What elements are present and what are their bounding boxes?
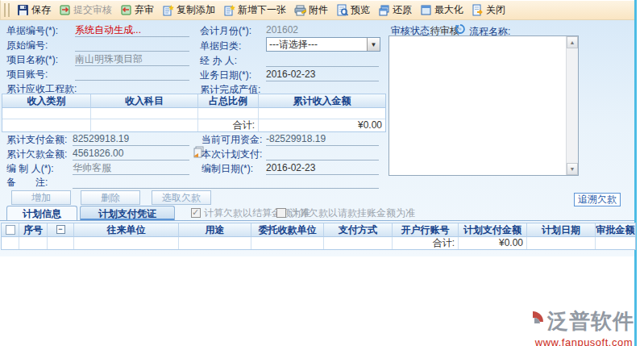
scroll-up-icon[interactable]: ▲	[567, 36, 578, 48]
plan-col-entrusted: 委托收款单位	[251, 223, 324, 237]
copy-add-button[interactable]: 复制添加	[158, 2, 219, 19]
available-fund-label: 当前可用资金:	[202, 133, 262, 146]
income-header-row: 收入类别 收入科目 占总比例 累计收入金额	[2, 94, 385, 108]
remark-input[interactable]	[73, 175, 379, 189]
chevron-down-icon[interactable]: ▼	[367, 38, 380, 51]
flow-scrollbar[interactable]: ▲ ▼	[566, 36, 578, 175]
attachment-button[interactable]: 附件	[290, 2, 332, 19]
income-total-label: 合计:	[198, 119, 259, 131]
maximize-icon	[420, 4, 432, 16]
orig-no-label: 原始编号:	[6, 39, 48, 52]
save-icon	[17, 4, 29, 16]
workflow-icon[interactable]	[455, 23, 466, 35]
copy-add-icon	[162, 4, 174, 16]
creator-input[interactable]: 华帅客服	[73, 161, 189, 175]
brand-name: 泛普软件	[547, 307, 634, 336]
project-name-label: 项目名称(*):	[6, 53, 58, 66]
submit-review-icon	[59, 4, 71, 16]
available-fund-input[interactable]: -82529918.19	[266, 132, 379, 146]
income-table: 收入类别 收入科目 占总比例 累计收入金额 合计: ¥0.00	[2, 94, 386, 132]
remark-label: 备 注:	[6, 176, 48, 189]
project-name-input[interactable]: 南山明珠项目部	[75, 52, 189, 66]
handler-label: 经 办 人:	[200, 54, 237, 67]
plan-header-row: 序号 − 往来单位 用途 委托收款单位 支付方式 开户行账号 计划支付金额 计划…	[2, 223, 635, 237]
footer-brand: 泛普软件 www.fanpusoft.com	[497, 307, 634, 346]
attachment-icon	[294, 4, 306, 16]
income-col-category: 收入类别	[2, 94, 91, 108]
restore-button[interactable]: 还原	[374, 2, 416, 19]
toolbar-grip[interactable]	[4, 3, 10, 17]
scroll-down-icon[interactable]: ▼	[567, 163, 578, 175]
plan-col-amount: 计划支付金额	[459, 223, 527, 237]
income-empty-row[interactable]	[2, 108, 385, 119]
plan-this-input[interactable]	[266, 147, 379, 160]
payment-plan-window: 保存 提交审核 弃审 复制添加 新增下一张 附件 预览 还原	[0, 0, 644, 346]
create-date-input[interactable]: 2016-02-23	[266, 161, 379, 175]
plan-total-label: 合计:	[393, 237, 459, 249]
doc-no-input[interactable]: 系统自动生成...	[75, 23, 189, 37]
collapse-all-icon[interactable]: −	[56, 225, 65, 234]
project-account-input[interactable]	[75, 67, 189, 81]
acct-month-input[interactable]: 201602	[266, 23, 379, 37]
plan-col-purpose: 用途	[179, 223, 251, 237]
tab-plan-voucher[interactable]: 计划支付凭证	[80, 206, 175, 220]
select-all-cell	[2, 223, 19, 237]
trace-arrears-button[interactable]: 追溯欠款	[574, 193, 621, 206]
plan-col-seq: 序号	[19, 223, 48, 237]
project-account-label: 项目账号:	[6, 68, 48, 81]
abandon-review-button[interactable]: 弃审	[116, 2, 158, 19]
income-total-row: 合计: ¥0.00	[2, 119, 385, 131]
restore-icon	[378, 4, 390, 16]
add-next-button[interactable]: 新增下一张	[219, 2, 290, 19]
plan-col-party: 往来单位	[74, 223, 179, 237]
fanpusoft-logo-icon	[520, 310, 546, 334]
plan-table: 序号 − 往来单位 用途 委托收款单位 支付方式 开户行账号 计划支付金额 计划…	[1, 223, 636, 250]
save-button[interactable]: 保存	[13, 2, 55, 19]
abandon-review-icon	[120, 4, 132, 16]
plan-this-label: 本次计划支付:	[202, 148, 262, 160]
delete-row-button[interactable]: 删除	[81, 190, 140, 205]
plan-total-row: 合计: ¥0.00	[2, 237, 635, 249]
income-col-amount: 累计收入金额	[259, 94, 385, 108]
handler-input[interactable]	[266, 53, 379, 67]
biz-date-input[interactable]: 2016-02-23	[266, 68, 379, 81]
doc-category-select[interactable]: ---请选择--- ▼	[266, 37, 380, 52]
preview-icon	[336, 4, 348, 16]
create-date-label: 编制日期(*):	[202, 162, 253, 175]
pick-arrears-button[interactable]: 选取欠款	[152, 190, 211, 205]
income-col-subject: 收入科目	[91, 94, 198, 108]
preview-button[interactable]: 预览	[332, 2, 374, 19]
paid-total-label: 累计支付金额:	[6, 133, 67, 146]
plan-col-date: 计划日期	[527, 223, 596, 237]
orig-no-input[interactable]	[75, 38, 189, 52]
brand-url: www.fanpusoft.com	[497, 336, 634, 346]
arrears-total-input[interactable]: 4561826.00	[73, 147, 189, 160]
option-request-label: 计算欠款以请款挂账金额为准	[289, 207, 415, 219]
collapse-all-cell: −	[48, 223, 74, 237]
plan-col-bank-account: 开户行账号	[393, 223, 459, 237]
close-button[interactable]: 关闭	[467, 2, 509, 19]
toolbar: 保存 提交审核 弃审 复制添加 新增下一张 附件 预览 还原	[0, 0, 635, 20]
income-total-amount: ¥0.00	[259, 119, 385, 131]
maximize-button[interactable]: 最大化	[416, 2, 467, 19]
option-request-checkbox[interactable]	[276, 208, 286, 218]
creator-label: 编 制 人(*):	[6, 162, 54, 175]
paid-total-input[interactable]: 82529918.19	[73, 132, 189, 146]
flow-textarea[interactable]: ▲ ▼	[388, 35, 579, 176]
biz-date-label: 业务日期(*):	[200, 69, 251, 81]
doc-no-label: 单据编号(*):	[6, 24, 58, 37]
add-row-button[interactable]: 增加	[11, 190, 71, 205]
tab-plan-info[interactable]: 计划信息	[6, 206, 77, 220]
submit-review-button[interactable]: 提交审核	[55, 2, 116, 19]
plan-col-approved: 审批金额	[596, 223, 635, 237]
option-settlement-checkbox[interactable]	[191, 208, 201, 218]
plan-total-amount: ¥0.00	[459, 237, 527, 249]
select-all-checkbox[interactable]	[6, 225, 15, 235]
close-icon	[472, 4, 484, 16]
window-edge-border	[634, 0, 637, 346]
add-next-icon	[223, 4, 235, 16]
doc-category-label: 单据归类:	[200, 40, 241, 52]
income-col-ratio: 占总比例	[198, 94, 259, 108]
acct-month-label: 会计月份(*):	[200, 24, 251, 37]
arrears-total-label: 累计欠款金额:	[6, 148, 67, 160]
